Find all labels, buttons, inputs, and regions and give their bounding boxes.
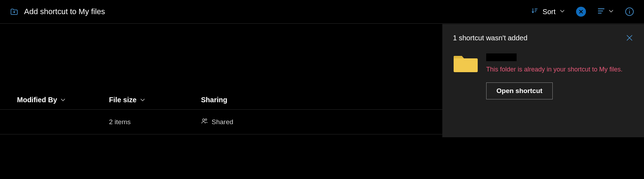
- notification-title: 1 shortcut wasn't added: [453, 34, 528, 42]
- svg-point-10: [205, 119, 207, 121]
- svg-point-9: [202, 119, 205, 121]
- close-notification-button[interactable]: [626, 34, 633, 42]
- cell-sharing: Shared: [201, 117, 293, 126]
- notification-panel: 1 shortcut wasn't added This folder is a…: [442, 24, 644, 137]
- list-view-icon: [597, 7, 605, 16]
- toolbar: Add shortcut to My files Sort: [0, 0, 644, 24]
- add-shortcut-action[interactable]: Add shortcut to My files: [10, 7, 105, 16]
- sharing-value: Shared: [212, 118, 233, 126]
- sort-button[interactable]: Sort: [531, 7, 565, 16]
- column-label: File size: [109, 96, 137, 104]
- svg-point-8: [629, 10, 630, 10]
- column-header-sharing[interactable]: Sharing: [201, 96, 293, 104]
- folder-icon: [453, 53, 478, 73]
- people-icon: [201, 117, 208, 126]
- column-header-modified-by[interactable]: Modified By: [17, 96, 109, 104]
- clear-selection-button[interactable]: [576, 7, 586, 17]
- chevron-down-icon: [560, 8, 565, 15]
- toolbar-title: Add shortcut to My files: [24, 7, 105, 16]
- cell-file-size: 2 items: [109, 118, 201, 126]
- column-label: Modified By: [17, 96, 57, 104]
- add-shortcut-folder-icon: [10, 7, 18, 16]
- sort-label: Sort: [542, 8, 556, 16]
- sort-icon: [531, 7, 538, 16]
- chevron-down-icon: [61, 96, 65, 104]
- redacted-value: [17, 117, 63, 127]
- notification-error-message: This folder is already in your shortcut …: [486, 65, 633, 75]
- chevron-down-icon: [609, 8, 614, 15]
- view-options-button[interactable]: [597, 7, 614, 16]
- column-header-file-size[interactable]: File size: [109, 96, 201, 104]
- column-label: Sharing: [201, 96, 227, 104]
- info-button[interactable]: [625, 7, 634, 16]
- redacted-item-name: [486, 53, 517, 61]
- toolbar-right: Sort: [531, 7, 634, 17]
- cell-modified-by: [17, 117, 109, 127]
- notification-text-block: This folder is already in your shortcut …: [486, 53, 633, 99]
- notification-header: 1 shortcut wasn't added: [453, 34, 633, 42]
- chevron-down-icon: [140, 96, 145, 104]
- open-shortcut-button[interactable]: Open shortcut: [486, 82, 553, 99]
- notification-body: This folder is already in your shortcut …: [453, 53, 633, 99]
